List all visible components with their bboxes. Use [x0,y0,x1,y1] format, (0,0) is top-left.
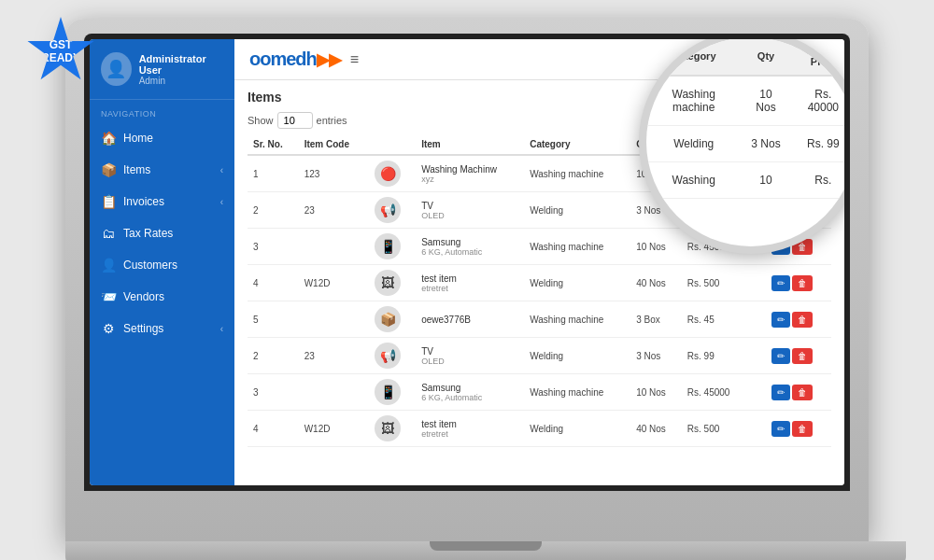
cell-code: 23 [299,338,369,374]
chevron-icon: ‹ [220,165,223,175]
delete-button[interactable]: 🗑 [792,275,813,291]
user-name: Administrator User [139,53,223,76]
hamburger-button[interactable]: ≡ [350,51,359,68]
cell-category: Welding [524,411,630,447]
item-name: Washing Machinw [421,164,518,175]
col-item: Item [416,134,524,155]
item-name: test item [421,419,518,429]
sidebar-item-vendors[interactable]: 📨 Vendors [90,281,234,313]
cell-price: Rs. 500 [682,411,766,447]
item-name: TV [421,346,518,357]
magnify-row: Washing machine 10 Nos Rs. 40000 [646,76,844,126]
cell-name: Samsung6 KG, Automatic [416,229,524,265]
sidebar-item-label: Home [123,132,153,145]
item-image: 📦 [375,306,401,332]
item-subname: OLED [421,357,518,366]
edit-button[interactable]: ✏ [771,312,790,328]
item-name: TV [421,201,518,211]
sidebar-item-label: Settings [123,322,163,335]
cell-sr: 3 [248,229,299,265]
customers-icon: 👤 [101,258,116,273]
item-subname: etretret [421,284,518,293]
col-sr: Sr. No. [248,134,299,155]
cell-img: 📢 [369,338,416,374]
cell-sr: 2 [248,338,299,374]
cell-name: oewe3776B [416,301,524,338]
sidebar-item-customers[interactable]: 👤 Customers [90,249,234,281]
home-icon: 🏠 [101,131,116,146]
chevron-icon: ‹ [220,197,223,207]
settings-icon: ⚙ [101,321,116,336]
item-name: oewe3776B [421,315,518,325]
sidebar-item-label: Items [123,163,150,176]
cell-qty: 3 Box [630,301,682,338]
item-image: 🖼 [375,415,401,441]
table-row: 2 23 📢 TVOLED Welding 3 Nos Rs. 99 ✏🗑 [248,338,831,374]
cell-img: 🖼 [369,265,416,301]
item-subname: OLED [421,211,518,220]
delete-button[interactable]: 🗑 [792,348,813,364]
cell-category: Washing machine [524,374,630,411]
item-image: 🖼 [375,270,401,296]
cell-name: Washing Machinwxyz [416,155,524,192]
cell-code: 123 [299,155,369,192]
nav-label: NAVIGATION [90,100,234,122]
magnify-row: Welding 3 Nos Rs. 99 [646,126,844,162]
edit-button[interactable]: ✏ [771,385,790,400]
magnify-col-qty: Qty [741,39,790,76]
sidebar-item-label: Invoices [123,195,164,208]
magnify-table: Category Qty SellingPrice Washing machin… [646,39,844,199]
item-subname: 6 KG, Automatic [421,247,518,257]
items-icon: 📦 [101,162,116,177]
user-role: Admin [139,76,223,86]
cell-qty: 40 Nos [630,411,682,447]
sidebar-item-tax-rates[interactable]: 🗂 Tax Rates [90,217,234,249]
cell-code: W12D [299,411,369,447]
magnify-cell-category: Welding [646,126,741,162]
delete-button[interactable]: 🗑 [792,385,813,400]
cell-name: TVOLED [416,192,524,229]
item-name: Samsung [421,237,518,247]
show-label: Show [248,115,274,126]
magnify-cell-category: Washing [646,162,741,199]
cell-category: Washing machine [524,155,630,192]
cell-category: Washing machine [524,301,630,338]
show-input[interactable] [277,112,313,129]
table-row: 5 📦 oewe3776B Washing machine 3 Box Rs. … [248,301,831,338]
magnify-cell-price: Rs. 40000 [791,76,844,126]
cell-img: 📱 [369,374,416,411]
cell-img: 🔴 [369,155,416,192]
cell-img: 🖼 [369,411,416,447]
magnify-cell-price: Rs. 99 [791,126,844,162]
item-image: 📢 [375,343,401,369]
sidebar-item-items[interactable]: 📦 Items ‹ [90,154,234,186]
edit-button[interactable]: ✏ [771,348,790,364]
sidebar-item-label: Vendors [123,290,164,303]
cell-qty: 40 Nos [630,265,682,301]
item-name: test item [421,273,518,284]
chevron-icon: ‹ [220,324,223,334]
cell-name: TVOLED [416,338,524,374]
cell-category: Welding [524,265,630,301]
edit-button[interactable]: ✏ [771,275,790,291]
magnify-cell-qty: 3 Nos [741,126,790,162]
cell-code: W12D [299,265,369,301]
cell-actions: ✏🗑 [766,301,831,338]
delete-button[interactable]: 🗑 [792,421,813,437]
cell-code: 23 [299,192,369,229]
cell-sr: 1 [248,155,299,192]
sidebar-item-home[interactable]: 🏠 Home [90,122,234,154]
sidebar-item-invoices[interactable]: 📋 Invoices ‹ [90,186,234,217]
col-code: Item Code [299,134,369,155]
cell-actions: ✏🗑 [766,374,831,411]
edit-button[interactable]: ✏ [771,421,790,437]
sidebar-item-settings[interactable]: ⚙ Settings ‹ [90,313,234,344]
cell-price: Rs. 500 [682,265,766,301]
cell-actions: ✏🗑 [766,411,831,447]
delete-button[interactable]: 🗑 [792,312,813,328]
avatar: 👤 [101,52,132,86]
cell-qty: 10 Nos [630,374,682,411]
cell-sr: 3 [248,374,299,411]
table-row: 4 W12D 🖼 test itemetretret Welding 40 No… [248,265,831,301]
item-name: Samsung [421,383,518,393]
